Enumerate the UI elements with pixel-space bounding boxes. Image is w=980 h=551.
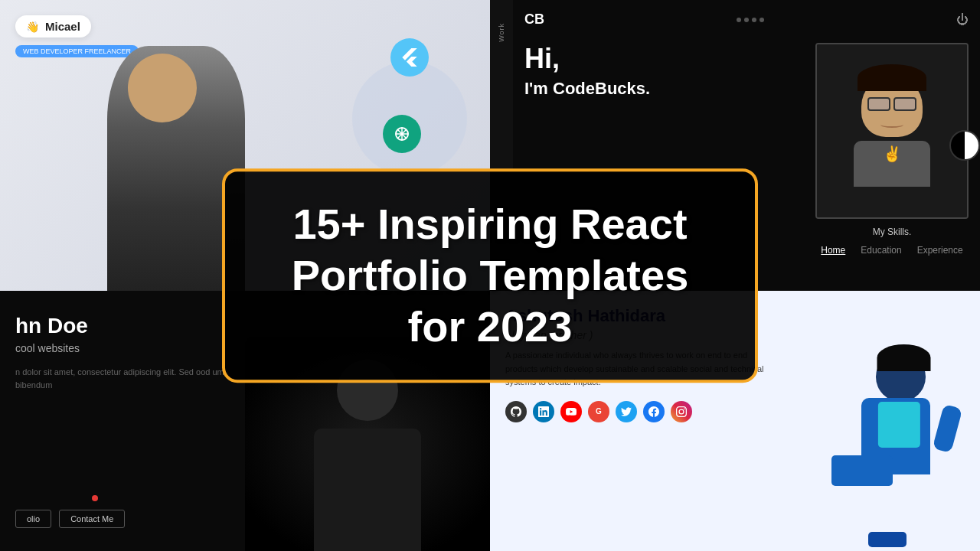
flutter-icon — [390, 38, 429, 77]
cb-dot-2 — [744, 18, 749, 22]
cb-avatar-box: ✌️ — [815, 43, 969, 219]
cb-tagline: I'm CodeBucks. — [524, 79, 800, 99]
cb-dot-3 — [752, 18, 756, 22]
linkedin-icon[interactable] — [533, 401, 554, 422]
cb-nav-experience[interactable]: Experience — [917, 245, 963, 256]
github-icon[interactable] — [505, 401, 527, 422]
bl-portfolio-button[interactable]: olio — [15, 510, 51, 528]
openai-icon — [383, 115, 421, 153]
title-overlay: 15+ Inspiring React Portfolio Templates … — [222, 168, 758, 383]
cb-dot-4 — [760, 18, 764, 22]
bl-buttons: olio Contact Me — [15, 510, 125, 528]
cb-nav: Home Education Experience — [821, 245, 962, 256]
bl-contact-button[interactable]: Contact Me — [59, 510, 125, 528]
sitting-person-illustration — [827, 337, 965, 551]
cb-logo: CB — [524, 11, 544, 28]
bl-description: n dolor sit amet, consectetur adipiscing… — [15, 366, 230, 391]
cb-nav-home[interactable]: Home — [821, 245, 845, 256]
wave-emoji: 👋 — [26, 21, 39, 33]
main-title: 15+ Inspiring React Portfolio Templates … — [267, 198, 713, 353]
youtube-icon[interactable] — [560, 401, 582, 422]
bl-red-dot-decoration — [92, 495, 98, 501]
cb-dots — [737, 18, 764, 22]
cb-nav-education[interactable]: Education — [861, 245, 901, 256]
cb-dot-1 — [737, 18, 741, 22]
instagram-icon[interactable] — [671, 401, 692, 422]
cb-power-icon: ⏻ — [956, 13, 969, 27]
twitter-icon[interactable] — [616, 401, 637, 422]
yin-yang-icon — [949, 130, 980, 161]
cb-sidebar-label: Work — [498, 23, 505, 42]
cb-skills-label: My Skills. — [873, 227, 912, 237]
facebook-icon[interactable] — [643, 401, 665, 422]
cb-hi-text: Hi, — [524, 43, 800, 75]
cb-header: CB ⏻ — [524, 11, 969, 28]
google-icon[interactable]: G — [588, 401, 609, 422]
